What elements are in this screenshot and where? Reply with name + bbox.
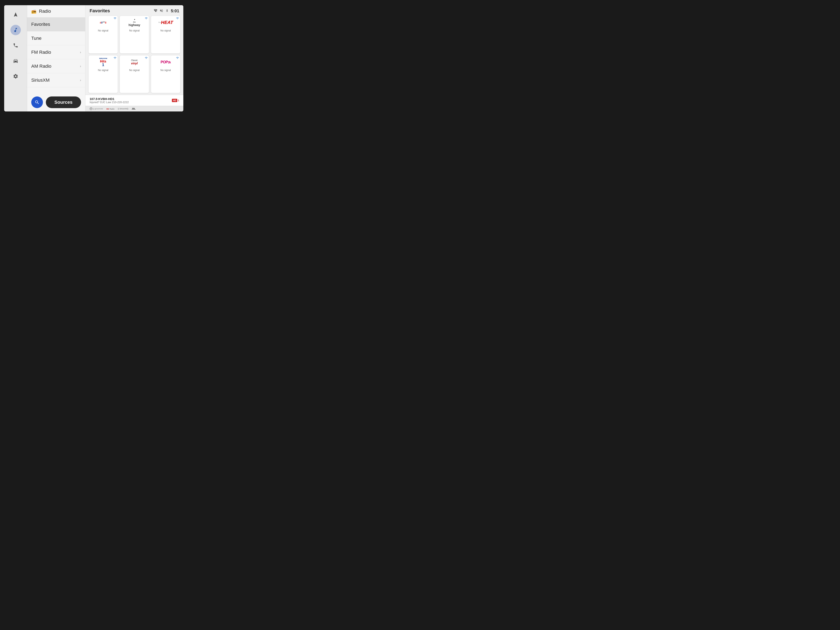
sidebar: [4, 5, 27, 112]
mute-icon: [159, 9, 163, 13]
status-bar: 5:01: [154, 8, 179, 13]
card-logo: POP2k: [161, 57, 171, 67]
favorites-header: Favorites 5:01: [85, 5, 183, 16]
wifi-off-icon: [154, 9, 158, 13]
search-button[interactable]: [31, 96, 43, 108]
favorites-title: Favorites: [90, 8, 110, 14]
favorites-panel: Favorites 5:01: [85, 5, 183, 112]
sxm-badge: [145, 57, 148, 60]
fav-card-80s8[interactable]: 80on8 No signal: [88, 16, 118, 54]
station-name: 107.5·KVBH-HD1: [90, 97, 129, 101]
chevron-icon: ›: [80, 51, 81, 54]
fav-card-pop2k[interactable]: POP2k No signal: [151, 55, 180, 93]
sidebar-item-settings[interactable]: [10, 71, 21, 82]
sxm-badge: [114, 57, 117, 60]
main-content: 📻 Radio Favorites Tune FM Radio › AM Rad…: [27, 5, 183, 112]
no-signal-label: No signal: [129, 69, 140, 72]
sidebar-item-music[interactable]: [10, 25, 21, 35]
menu-item-tune[interactable]: Tune: [27, 32, 85, 46]
card-logo: 80on8: [100, 17, 106, 27]
menu-title: Radio: [39, 8, 51, 14]
now-playing-info: 107.5·KVBH-HD1 Injured? DJC Law 210-220-…: [90, 97, 129, 104]
no-signal-label: No signal: [160, 69, 171, 72]
clock-display: 5:01: [171, 8, 179, 13]
sxm-badge: [145, 17, 148, 20]
sxm-badge: [176, 57, 179, 60]
siriusxm-logo: ((·SiriusXM)): [118, 108, 128, 110]
chevron-icon: ›: [80, 65, 81, 68]
menu-item-am-radio[interactable]: AM Radio ›: [27, 59, 85, 73]
card-logo: SIRIUSXM Hits 1: [99, 57, 107, 67]
sidebar-item-navigation[interactable]: [10, 9, 21, 20]
bottom-logos-bar: g g gracenote HD Radio ((·SiriusXM)) JBL: [85, 106, 183, 112]
menu-items: Favorites Tune FM Radio › AM Radio › Sir…: [27, 17, 85, 93]
sxm-badge: [176, 17, 179, 20]
menu-item-favorites[interactable]: Favorites: [27, 17, 85, 32]
radio-icon: 📻: [31, 9, 36, 14]
chevron-icon: ›: [80, 78, 81, 82]
menu-item-siriusxm[interactable]: SiriusXM ›: [27, 73, 85, 87]
sxm-badge: [114, 17, 117, 20]
no-signal-label: No signal: [98, 29, 108, 32]
no-signal-label: No signal: [129, 29, 140, 32]
hd-indicator: HD 1: [172, 99, 179, 102]
gracenote-logo: g g gracenote: [90, 107, 103, 110]
menu-panel: 📻 Radio Favorites Tune FM Radio › AM Rad…: [27, 5, 85, 112]
sidebar-item-phone[interactable]: [10, 40, 21, 51]
card-logo: ✦thehighway: [128, 17, 140, 27]
menu-item-fm-radio[interactable]: FM Radio ›: [27, 46, 85, 59]
fav-card-heat[interactable]: The HEAT No signal: [151, 16, 180, 54]
sidebar-item-vehicle[interactable]: [10, 55, 21, 66]
menu-header: 📻 Radio: [27, 5, 85, 17]
now-playing-text: Injured? DJC Law 210-220-2222: [90, 101, 129, 104]
fav-card-sxmhits1[interactable]: SIRIUSXM Hits 1 No signal: [88, 55, 118, 93]
fav-card-highway[interactable]: ✦thehighway No signal: [120, 16, 149, 54]
sources-button[interactable]: Sources: [46, 96, 81, 108]
hd-radio-logo: HD Radio: [106, 108, 115, 110]
card-logo: The HEAT: [158, 17, 173, 27]
card-logo: Classic vinyl: [131, 57, 138, 67]
menu-footer: Sources: [27, 93, 85, 112]
hd-badge: HD: [172, 99, 177, 102]
hd-number: 1: [178, 99, 179, 102]
fav-card-classicvinyl[interactable]: Classic vinyl No signal: [120, 55, 149, 93]
bluetooth-icon: [166, 9, 169, 13]
now-playing-bar: 107.5·KVBH-HD1 Injured? DJC Law 210-220-…: [85, 95, 183, 106]
favorites-grid: 80on8 No signal ✦thehighway No: [85, 16, 183, 95]
main-screen: 📻 Radio Favorites Tune FM Radio › AM Rad…: [4, 5, 183, 112]
no-signal-label: No signal: [98, 69, 108, 72]
jbl-logo: JBL: [132, 108, 136, 110]
no-signal-label: No signal: [160, 29, 171, 32]
